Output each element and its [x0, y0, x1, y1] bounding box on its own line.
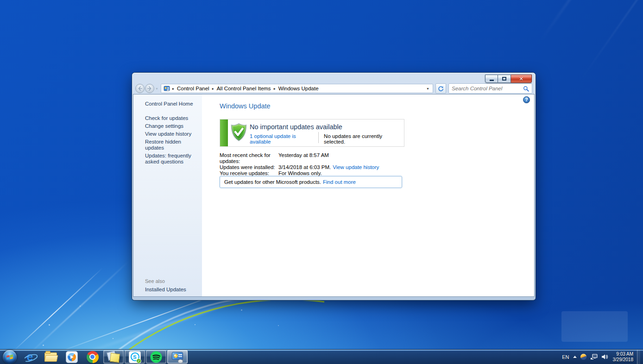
taskbar-item-internet-explorer[interactable]: [19, 350, 40, 364]
sidebar-task-list: Check for updates Change settings View u…: [133, 114, 202, 166]
wallpaper-sparkle: [241, 309, 242, 311]
taskbar-item-windows-explorer[interactable]: [40, 350, 61, 364]
status-headline: No important updates available: [250, 123, 404, 131]
breadcrumb-item-all-items[interactable]: All Control Panel Items: [217, 86, 271, 91]
maximize-button[interactable]: [498, 75, 511, 83]
wallpaper-sparkle: [43, 345, 44, 346]
sticky-notes-icon: [107, 351, 120, 363]
skype-icon: ✓: [129, 351, 141, 363]
taskbar-item-skype[interactable]: ✓: [125, 350, 145, 364]
back-arrow-icon: [137, 86, 143, 91]
taskbar-item-spotify[interactable]: [146, 350, 166, 364]
show-hidden-icons-button[interactable]: [573, 356, 577, 358]
control-panel-window: ✕ ▼: [132, 73, 536, 300]
detail-row-installed: Updates were installed: 3/14/2018 at 6:0…: [220, 164, 379, 170]
find-out-more-link[interactable]: Find out more: [323, 179, 356, 185]
wallpaper-streak: [581, 0, 643, 80]
minimize-button[interactable]: [485, 75, 498, 83]
address-dropdown-icon[interactable]: ▼: [426, 87, 430, 90]
navigation-bar: ▼ ▸ Control Panel ▸ All Control Panel It…: [133, 84, 535, 94]
forward-button[interactable]: [145, 84, 154, 93]
wallpaper-streak: [13, 268, 103, 352]
taskbar: ✓ EN: [0, 349, 643, 364]
update-details: Most recent check for updates: Yesterday…: [220, 152, 379, 176]
view-update-history-link[interactable]: View update history: [333, 164, 379, 170]
breadcrumb-separator-icon: ▸: [172, 87, 174, 91]
taskbar-item-windows-media-player[interactable]: [61, 350, 82, 364]
tray-app-icon[interactable]: [580, 354, 586, 360]
internet-explorer-icon: [24, 351, 37, 364]
maximize-icon: [502, 77, 506, 81]
clock-time: 9:03 AM: [613, 351, 634, 357]
network-icon[interactable]: [590, 354, 598, 360]
search-icon: [523, 86, 529, 92]
volume-icon[interactable]: [601, 354, 608, 360]
selection-note: No updates are currently selected.: [324, 133, 404, 144]
taskbar-item-google-chrome[interactable]: [82, 350, 103, 364]
wallpaper-sparkle: [80, 306, 81, 307]
window-client-area: Control Panel Home Check for updates Cha…: [133, 94, 535, 297]
show-desktop-button[interactable]: [637, 350, 640, 364]
back-button[interactable]: [135, 84, 145, 93]
security-shield-wrap: [228, 119, 250, 146]
folder-icon: [44, 352, 57, 362]
close-icon: ✕: [519, 76, 523, 82]
address-bar[interactable]: ▸ Control Panel ▸ All Control Panel Item…: [161, 84, 433, 93]
chrome-icon: [87, 351, 99, 363]
sidebar: Control Panel Home Check for updates Cha…: [133, 94, 202, 296]
promo-text: Get updates for other Microsoft products…: [224, 179, 321, 185]
sidebar-item-view-update-history[interactable]: View update history: [133, 130, 202, 138]
sidebar-item-installed-updates[interactable]: Installed Updates: [145, 287, 186, 292]
status-text-column: No important updates available 1 optiona…: [250, 119, 404, 146]
microsoft-update-promo: Get updates for other Microsoft products…: [220, 176, 402, 188]
wallpaper-streak: [539, 0, 628, 43]
detail-label: Most recent check for updates:: [220, 152, 278, 164]
help-icon[interactable]: ?: [523, 96, 530, 103]
sidebar-item-change-settings[interactable]: Change settings: [133, 122, 202, 130]
desktop[interactable]: ✕ ▼: [0, 0, 643, 364]
wallpaper-sparkle: [195, 324, 195, 325]
nav-history-buttons: ▼: [135, 84, 158, 93]
forward-arrow-icon: [147, 86, 152, 91]
clock[interactable]: 9:03 AM 3/29/2018: [611, 351, 634, 362]
taskbar-item-sticky-notes[interactable]: [103, 350, 124, 364]
refresh-icon: [438, 86, 444, 92]
control-panel-taskbar-icon: [171, 351, 184, 363]
detail-value: 3/14/2018 at 6:03 PM.: [278, 164, 331, 170]
wallpaper-streak: [26, 261, 129, 357]
sidebar-item-restore-hidden-updates[interactable]: Restore hidden updates: [133, 138, 202, 152]
breadcrumb-item-control-panel[interactable]: Control Panel: [177, 86, 209, 91]
breadcrumb-item-windows-update[interactable]: Windows Update: [278, 86, 319, 91]
start-button[interactable]: [0, 350, 19, 364]
search-box[interactable]: [448, 83, 532, 94]
status-green-bar: [220, 119, 228, 146]
skype-status-badge: ✓: [136, 358, 141, 364]
media-player-icon: [66, 351, 78, 363]
shield-check-icon: [230, 123, 247, 142]
recent-pages-dropdown[interactable]: ▼: [155, 87, 158, 90]
close-button[interactable]: ✕: [511, 75, 532, 83]
see-also-header: See also: [145, 278, 165, 284]
wallpaper-sparkle: [278, 325, 279, 326]
window-titlebar[interactable]: ✕: [133, 73, 535, 84]
taskbar-item-control-panel[interactable]: [167, 350, 188, 364]
detail-row-recent-check: Most recent check for updates: Yesterday…: [220, 152, 379, 164]
windows-start-orb-icon: [3, 350, 17, 364]
refresh-button[interactable]: [435, 83, 446, 94]
optional-update-link[interactable]: 1 optional update is available: [250, 133, 318, 144]
search-input[interactable]: [452, 86, 521, 91]
status-divider: [318, 132, 319, 143]
language-indicator[interactable]: EN: [562, 354, 569, 360]
main-content: ? Windows Update: [202, 94, 534, 296]
page-title: Windows Update: [220, 102, 271, 110]
minimize-icon: [490, 80, 494, 81]
detail-value: Yesterday at 8:57 AM: [278, 152, 329, 164]
wallpaper-sparkle: [49, 324, 50, 326]
clock-date: 3/29/2018: [613, 357, 634, 363]
breadcrumb-separator-icon: ▸: [274, 87, 276, 91]
windows-flag-icon: [6, 354, 13, 360]
sidebar-item-check-for-updates[interactable]: Check for updates: [133, 114, 202, 122]
detail-label: Updates were installed:: [220, 164, 278, 170]
sidebar-item-updates-faq[interactable]: Updates: frequently asked questions: [133, 152, 202, 166]
sidebar-item-control-panel-home[interactable]: Control Panel Home: [133, 100, 202, 107]
